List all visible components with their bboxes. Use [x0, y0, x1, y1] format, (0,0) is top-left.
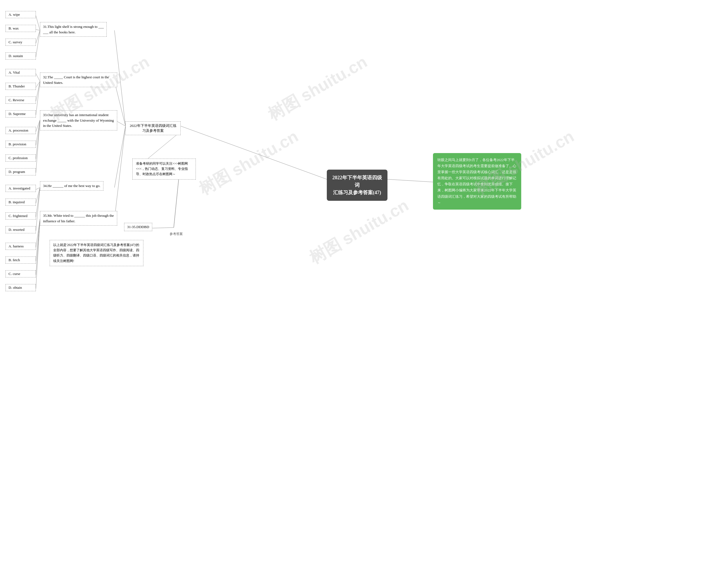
choice-c-survey: C. survey: [5, 39, 36, 46]
question-33: 33.Our university has an international s…: [40, 110, 117, 130]
choice-b-thunder: B. Thunder: [5, 83, 36, 90]
intro-box: 准备考研的同学可以关注>>>树图网<<<，热门动态、复习资料、专业指导、时政热点…: [132, 159, 196, 180]
watermark-4: 树图 shuitu.cn: [305, 194, 413, 269]
svg-line-12: [36, 120, 40, 159]
choice-b-wax: B. wax: [5, 25, 36, 32]
svg-line-3: [36, 30, 40, 57]
choice-a-investigated: A. investigated: [5, 185, 36, 192]
watermark-2: 树图 shuitu.cn: [195, 125, 303, 200]
svg-line-19: [114, 126, 125, 188]
question-32: 32.The _____ Court is the highest court …: [40, 73, 117, 87]
question-35: 35.Mr. White tried to ______ this job th…: [40, 211, 117, 226]
choice-c-curse: C. curse: [5, 270, 36, 277]
choice-a-harness: A. harness: [5, 243, 36, 250]
svg-line-22: [36, 219, 40, 275]
choice-a-wipe: A. wipe: [5, 11, 36, 18]
summary-box: 以上就是'2022年下半年英语四级词汇练习及参考答案(47)'的全部内容，想要了…: [50, 240, 144, 266]
choice-d-supreme: D. Supreme: [5, 110, 36, 117]
svg-line-20: [36, 219, 40, 247]
svg-line-23: [36, 219, 40, 289]
question-34: 34.He ______ of me the best way to go.: [40, 181, 104, 191]
choice-d-program: D. program: [5, 168, 36, 175]
svg-line-0: [36, 16, 40, 30]
sub-center-node: 2022年下半年英语四级词汇练习及参考答案: [125, 121, 181, 135]
svg-line-8: [36, 81, 40, 115]
svg-line-29: [388, 179, 433, 182]
choice-a-procession: A. procession: [5, 127, 36, 134]
choice-a-vital: A. Vital: [5, 69, 36, 76]
svg-line-21: [36, 219, 40, 261]
choice-d-obtain: D. obtain: [5, 284, 36, 291]
svg-line-16: [36, 188, 40, 203]
answers-box: 31-35.DDDBD: [124, 223, 152, 231]
svg-line-10: [36, 120, 40, 131]
choice-b-fetch: B. fetch: [5, 257, 36, 264]
svg-line-2: [36, 30, 40, 43]
svg-line-13: [36, 120, 40, 173]
choice-d-resorted: D. resorted: [5, 226, 36, 233]
svg-line-24: [114, 126, 125, 219]
svg-line-6: [36, 81, 40, 87]
choice-b-provision: B. provision: [5, 141, 36, 148]
choice-c-profession: C. profession: [5, 154, 36, 162]
svg-line-25: [181, 126, 327, 179]
answers-label: 参考答案: [169, 232, 183, 236]
watermark-3: 树图 shuitu.cn: [264, 51, 371, 126]
choice-c-frightened: C. frightened: [5, 212, 36, 220]
svg-line-7: [36, 81, 40, 101]
svg-line-5: [36, 74, 40, 81]
choice-c-reverse: C. Reverse: [5, 96, 36, 104]
choice-b-inquired: B. inquired: [5, 199, 36, 206]
svg-line-1: [36, 30, 40, 30]
svg-line-11: [36, 120, 40, 145]
choice-d-sustain: D. sustain: [5, 52, 36, 60]
right-text-box: 转眼之间马上就要到9月了，各位备考2022年下半年大学英语四级考试的考生需要提前…: [433, 153, 521, 209]
svg-line-15: [36, 188, 40, 190]
svg-line-18: [36, 188, 40, 231]
svg-line-17: [36, 188, 40, 217]
question-31: 31.This light shelf is strong enough to …: [40, 22, 107, 37]
center-node: 2022年下半年英语四级词汇练习及参考答案(47): [327, 170, 388, 201]
